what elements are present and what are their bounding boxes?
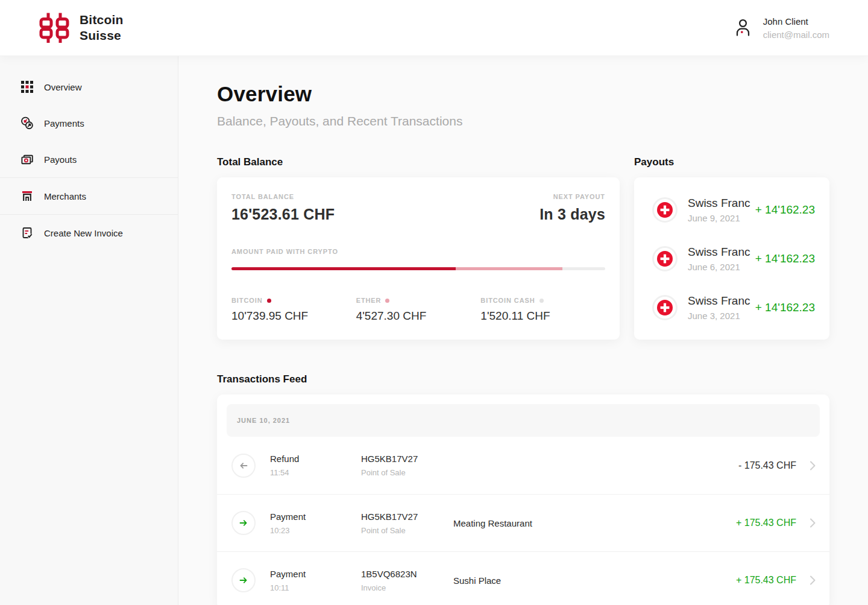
sidebar-item-label: Create New Invoice bbox=[44, 228, 123, 238]
sidebar-item-label: Merchants bbox=[44, 191, 86, 201]
ether-label: ETHER bbox=[356, 297, 382, 304]
sidebar-item-label: Payments bbox=[44, 118, 84, 128]
bitcoin-amount: 10'739.95 CHF bbox=[231, 309, 356, 323]
sidebar-item-payments[interactable]: Payments bbox=[0, 105, 178, 141]
chevron-right-icon[interactable] bbox=[810, 518, 816, 528]
next-payout-label: NEXT PAYOUT bbox=[539, 193, 605, 200]
sidebar-item-payouts[interactable]: Payouts bbox=[0, 141, 178, 177]
transaction-channel: Point of Sale bbox=[361, 468, 439, 477]
bitcoin-cash-stat: BITCOIN CASH 1'520.11 CHF bbox=[480, 297, 605, 323]
crypto-progress-bar bbox=[231, 267, 605, 270]
payout-row[interactable]: Swiss Franc June 3, 2021 + 14'162.23 bbox=[652, 283, 815, 332]
chevron-right-icon[interactable] bbox=[810, 460, 816, 471]
transactions-date-header: JUNE 10, 2021 bbox=[227, 404, 820, 437]
transaction-type: Payment bbox=[270, 569, 347, 579]
sidebar-item-label: Overview bbox=[44, 82, 82, 92]
swiss-flag-icon bbox=[652, 197, 678, 223]
transaction-merchant: Meating Restaurant bbox=[453, 518, 730, 528]
transactions-section-title: Transactions Feed bbox=[217, 373, 829, 385]
swiss-flag-icon bbox=[652, 295, 678, 320]
sidebar-item-create-new-invoice[interactable]: Create New Invoice bbox=[0, 215, 178, 251]
transaction-channel: Point of Sale bbox=[361, 526, 439, 535]
main-content: Overview Balance, Payouts, and Recent Tr… bbox=[178, 55, 868, 605]
transaction-code: HG5KB17V27 bbox=[361, 512, 439, 522]
payout-currency: Swiss Franc bbox=[688, 197, 750, 210]
swiss-flag-icon bbox=[652, 246, 678, 271]
progress-segment-bitcoin bbox=[231, 267, 456, 270]
payments-coins-icon bbox=[20, 116, 34, 130]
transaction-row-payment[interactable]: Payment 10:23 HG5KB17V27 Point of Sale M… bbox=[217, 494, 829, 551]
user-menu[interactable]: John Client client@mail.com bbox=[732, 16, 829, 40]
page-subtitle: Balance, Payouts, and Recent Transaction… bbox=[217, 114, 829, 128]
sidebar-item-overview[interactable]: Overview bbox=[0, 69, 178, 105]
bitcoin-dot-icon bbox=[267, 299, 271, 303]
transaction-amount: + 175.43 CHF bbox=[730, 518, 796, 528]
transaction-type: Payment bbox=[270, 512, 347, 522]
user-email: client@mail.com bbox=[763, 30, 829, 40]
sidebar-item-label: Payouts bbox=[44, 154, 77, 165]
transaction-time: 10:23 bbox=[270, 526, 347, 535]
amount-paid-crypto-label: AMOUNT PAID WITH CRYPTO bbox=[231, 248, 605, 255]
payout-currency: Swiss Franc bbox=[688, 245, 750, 259]
payout-amount: + 14'162.23 bbox=[755, 301, 815, 314]
app-window: Bitcoin Suisse John Client client@mail.c… bbox=[0, 0, 868, 605]
transaction-time: 10:11 bbox=[270, 583, 347, 592]
bitcoin-cash-dot-icon bbox=[539, 299, 544, 303]
total-balance-value: 16'523.61 CHF bbox=[231, 206, 335, 223]
transaction-code: HG5KB17V27 bbox=[361, 454, 439, 464]
brand-logo[interactable]: Bitcoin Suisse bbox=[39, 12, 124, 43]
merchants-storefront-icon bbox=[20, 189, 34, 203]
payout-date: June 3, 2021 bbox=[688, 311, 750, 321]
transactions-feed-card: JUNE 10, 2021 Refund 11:54 HG5KB17V27 bbox=[217, 394, 829, 605]
sidebar-item-merchants[interactable]: Merchants bbox=[0, 178, 178, 214]
transaction-row-payment[interactable]: Payment 10:11 1B5VQ6823N Invoice Sushi P… bbox=[217, 551, 829, 605]
bitcoin-cash-amount: 1'520.11 CHF bbox=[480, 309, 605, 323]
bitcoin-stat: BITCOIN 10'739.95 CHF bbox=[231, 297, 356, 323]
transaction-code: 1B5VQ6823N bbox=[361, 569, 439, 579]
payout-date: June 9, 2021 bbox=[688, 213, 750, 223]
user-avatar-icon bbox=[732, 17, 753, 39]
transaction-channel: Invoice bbox=[361, 583, 439, 592]
payout-row[interactable]: Swiss Franc June 9, 2021 + 14'162.23 bbox=[652, 185, 815, 234]
payout-currency: Swiss Franc bbox=[688, 294, 750, 308]
chevron-right-icon[interactable] bbox=[810, 575, 816, 586]
page-title: Overview bbox=[217, 82, 829, 106]
payouts-card: Swiss Franc June 9, 2021 + 14'162.23 Swi… bbox=[634, 177, 829, 340]
ether-amount: 4'527.30 CHF bbox=[356, 309, 481, 323]
bitcoin-label: BITCOIN bbox=[231, 297, 263, 304]
create-invoice-icon bbox=[20, 226, 34, 239]
total-balance-card: TOTAL BALANCE 16'523.61 CHF NEXT PAYOUT … bbox=[217, 177, 620, 340]
ether-dot-icon bbox=[385, 299, 389, 303]
transaction-type: Refund bbox=[270, 454, 347, 464]
grid-icon bbox=[20, 80, 34, 93]
payout-amount: + 14'162.23 bbox=[755, 203, 815, 217]
bitcoin-suisse-logo-icon bbox=[39, 12, 70, 43]
payout-date: June 6, 2021 bbox=[688, 262, 750, 272]
user-name: John Client bbox=[763, 16, 829, 27]
transaction-time: 11:54 bbox=[270, 468, 347, 477]
bitcoin-cash-label: BITCOIN CASH bbox=[480, 297, 535, 304]
total-balance-label: TOTAL BALANCE bbox=[231, 193, 335, 200]
transaction-amount: + 175.43 CHF bbox=[730, 575, 796, 586]
transaction-row-refund[interactable]: Refund 11:54 HG5KB17V27 Point of Sale - … bbox=[217, 437, 829, 494]
brand-name: Bitcoin Suisse bbox=[80, 12, 124, 43]
payment-arrow-right-icon bbox=[231, 511, 256, 535]
payouts-section-title: Payouts bbox=[634, 156, 829, 168]
progress-segment-ether bbox=[456, 267, 562, 270]
next-payout-value: In 3 days bbox=[539, 206, 605, 223]
sidebar-nav: Overview Payments bbox=[0, 55, 178, 605]
payout-amount: + 14'162.23 bbox=[755, 252, 815, 265]
total-balance-section-title: Total Balance bbox=[217, 156, 620, 168]
payout-row[interactable]: Swiss Franc June 6, 2021 + 14'162.23 bbox=[652, 234, 815, 283]
top-header: Bitcoin Suisse John Client client@mail.c… bbox=[0, 0, 868, 55]
refund-arrow-left-icon bbox=[231, 454, 256, 478]
payouts-banknote-icon bbox=[20, 153, 34, 166]
transaction-amount: - 175.43 CHF bbox=[730, 460, 796, 471]
payment-arrow-right-icon bbox=[231, 568, 256, 592]
ether-stat: ETHER 4'527.30 CHF bbox=[356, 297, 481, 323]
transaction-merchant: Sushi Place bbox=[453, 575, 730, 586]
